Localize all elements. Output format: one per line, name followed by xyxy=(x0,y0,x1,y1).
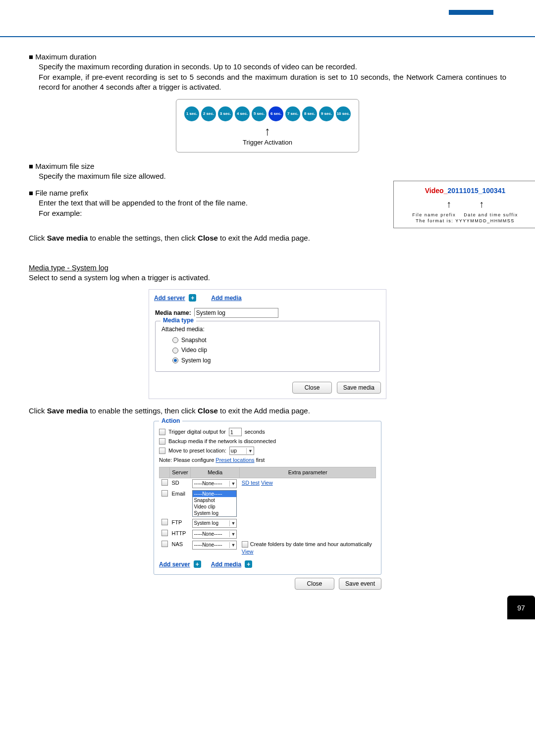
filename-timestamp-text: 20111015_100341 xyxy=(447,187,505,195)
fieldset-legend: Media type xyxy=(160,316,196,324)
extra-cell xyxy=(240,489,376,518)
media-select-open[interactable]: -----None-----SnapshotVideo clipSystem l… xyxy=(192,490,237,517)
action-panel: Action Trigger digital output for second… xyxy=(154,421,381,590)
chevron-down-icon: ▼ xyxy=(246,448,253,454)
time-circle: 1 sec. xyxy=(184,106,199,121)
filename-prefix-text: Video_ xyxy=(425,187,448,195)
preset-locations-link[interactable]: Preset locations xyxy=(215,457,254,463)
media-name-label: Media name: xyxy=(155,309,191,317)
backup-media-checkbox[interactable] xyxy=(159,438,165,445)
bullet-title: Maximum file size xyxy=(35,162,94,170)
add-media-link[interactable]: Add media xyxy=(211,561,241,568)
trigger-do-seconds-input[interactable] xyxy=(229,428,242,436)
time-circle: 7 sec. xyxy=(285,106,300,121)
nas-folders-checkbox[interactable] xyxy=(242,541,248,548)
server-checkbox[interactable] xyxy=(161,490,168,497)
timeline-caption: Trigger Activation xyxy=(180,138,355,147)
time-circle: 6 sec. xyxy=(268,106,283,121)
chevron-down-icon: ▼ xyxy=(229,542,236,548)
radio-label: Snapshot xyxy=(181,336,207,344)
close-button[interactable]: Close xyxy=(292,382,332,394)
media-select[interactable]: -----None-----▼ xyxy=(192,530,237,539)
media-cell: -----None-----SnapshotVideo clipSystem l… xyxy=(190,489,239,518)
dropdown-option[interactable]: System log xyxy=(193,510,236,516)
action-legend: Action xyxy=(159,417,182,425)
sd-test-link[interactable]: SD test xyxy=(242,480,260,486)
chevron-down-icon: ▼ xyxy=(229,531,236,537)
add-server-link[interactable]: Add server xyxy=(154,295,185,302)
nas-folders-label: Create folders by date time and hour aut… xyxy=(250,541,372,548)
plus-icon[interactable]: + xyxy=(189,294,196,302)
server-cell: Email xyxy=(170,489,191,518)
time-circle: 10 sec. xyxy=(336,106,351,121)
media-select[interactable]: System log▼ xyxy=(192,519,237,528)
server-cell: FTP xyxy=(170,518,191,529)
add-media-link[interactable]: Add media xyxy=(211,295,241,302)
move-preset-checkbox[interactable] xyxy=(159,448,165,454)
time-circle: 8 sec. xyxy=(302,106,317,121)
server-cell: NAS xyxy=(170,540,191,556)
server-cell: HTTP xyxy=(170,529,191,540)
table-row: NAS-----None-----▼Create folders by date… xyxy=(160,540,376,556)
radio-icon[interactable] xyxy=(172,337,178,343)
table-row: FTPSystem log▼ xyxy=(160,518,376,529)
add-media-dialog: Add server + Add media Media name: Media… xyxy=(149,289,386,399)
media-select[interactable]: -----None-----▼ xyxy=(192,541,237,550)
server-checkbox[interactable] xyxy=(161,479,168,486)
media-name-input[interactable] xyxy=(194,308,278,318)
view-link[interactable]: View xyxy=(261,480,273,486)
dropdown-option[interactable]: -----None----- xyxy=(193,491,236,497)
server-checkbox[interactable] xyxy=(161,541,168,547)
server-checkbox[interactable] xyxy=(161,519,168,525)
trigger-do-unit: seconds xyxy=(245,428,265,436)
filename-format-label: The format is: YYYYMMDD_HHMMSS xyxy=(416,218,514,223)
media-cell: -----None-----▼ xyxy=(190,540,239,556)
action-table: Server Media Extra parameter SD-----None… xyxy=(159,467,376,556)
timeline-diagram: 1 sec.2 sec.3 sec.4 sec.5 sec.6 sec.7 se… xyxy=(176,99,359,152)
time-circle: 3 sec. xyxy=(218,106,233,121)
dropdown-option[interactable]: Snapshot xyxy=(193,497,236,504)
time-circle: 9 sec. xyxy=(319,106,334,121)
media-type-radio-row[interactable]: Video clip xyxy=(172,346,374,354)
bullet-max-duration: ■ Maximum duration Specify the maximum r… xyxy=(29,52,506,92)
arrow-up-icon: ↑ xyxy=(446,198,451,211)
extra-cell xyxy=(240,518,376,529)
add-server-link[interactable]: Add server xyxy=(159,561,190,568)
media-cell: System log▼ xyxy=(190,518,239,529)
th-extra: Extra parameter xyxy=(240,467,376,478)
server-checkbox[interactable] xyxy=(161,530,168,536)
page-header-rule xyxy=(0,0,535,37)
radio-icon[interactable] xyxy=(172,348,178,353)
nas-view-link[interactable]: View xyxy=(242,549,254,554)
instruction-text: Click Save media to enable the settings,… xyxy=(29,233,506,243)
radio-label: Video clip xyxy=(181,346,207,354)
save-media-button[interactable]: Save media xyxy=(337,382,381,394)
dropdown-option[interactable]: Video clip xyxy=(193,504,236,510)
bullet-title: File name prefix xyxy=(35,189,88,197)
arrow-up-icon: ↑ xyxy=(479,198,484,211)
plus-icon[interactable]: + xyxy=(194,560,201,568)
media-type-fieldset: Media type Attached media: SnapshotVideo… xyxy=(155,321,380,372)
attached-media-label: Attached media: xyxy=(161,325,374,333)
media-type-radio-row[interactable]: System log xyxy=(172,356,374,364)
move-preset-select[interactable]: up▼ xyxy=(229,447,254,455)
close-button[interactable]: Close xyxy=(295,578,334,590)
section-title: Media type - System log xyxy=(29,263,506,273)
media-select[interactable]: -----None-----▼ xyxy=(192,479,237,488)
th-server: Server xyxy=(170,467,191,478)
radio-icon[interactable] xyxy=(172,357,178,363)
time-circle: 5 sec. xyxy=(252,106,267,121)
media-type-radio-row[interactable]: Snapshot xyxy=(172,336,374,344)
trigger-do-label: Trigger digital output for xyxy=(168,428,226,436)
bullet-desc: Specify the maximum recording duration i… xyxy=(39,62,506,72)
media-cell: -----None-----▼ xyxy=(190,478,239,489)
save-event-button[interactable]: Save event xyxy=(339,578,381,590)
trigger-do-checkbox[interactable] xyxy=(159,429,165,435)
backup-media-label: Backup media if the network is disconnec… xyxy=(168,438,276,445)
page-number: 97 xyxy=(507,596,535,619)
time-circle: 2 sec. xyxy=(201,106,216,121)
plus-icon[interactable]: + xyxy=(245,560,252,568)
chevron-down-icon: ▼ xyxy=(229,481,236,487)
extra-cell: Create folders by date time and hour aut… xyxy=(240,540,376,556)
section-desc: Select to send a system log when a trigg… xyxy=(29,273,506,283)
